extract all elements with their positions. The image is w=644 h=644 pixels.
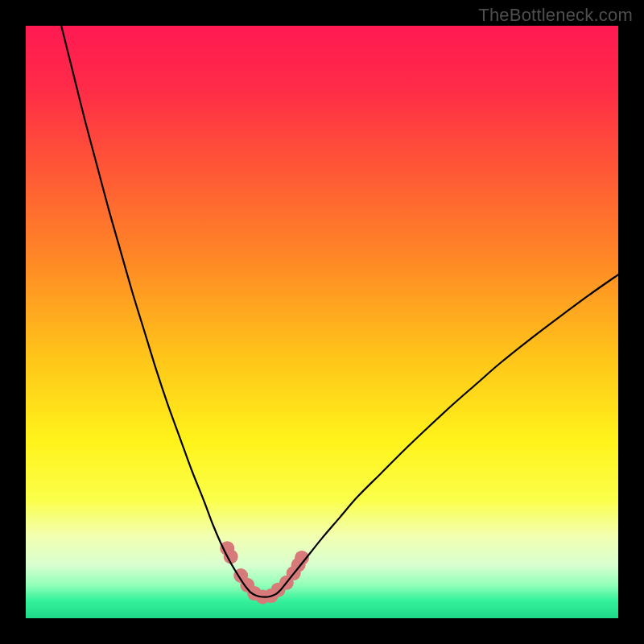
bottleneck-curve [61,26,618,597]
marker-group [220,541,309,604]
curve-layer [26,26,618,618]
plot-area [26,26,618,618]
chart-frame: TheBottleneck.com [0,0,644,644]
watermark-text: TheBottleneck.com [478,5,633,26]
